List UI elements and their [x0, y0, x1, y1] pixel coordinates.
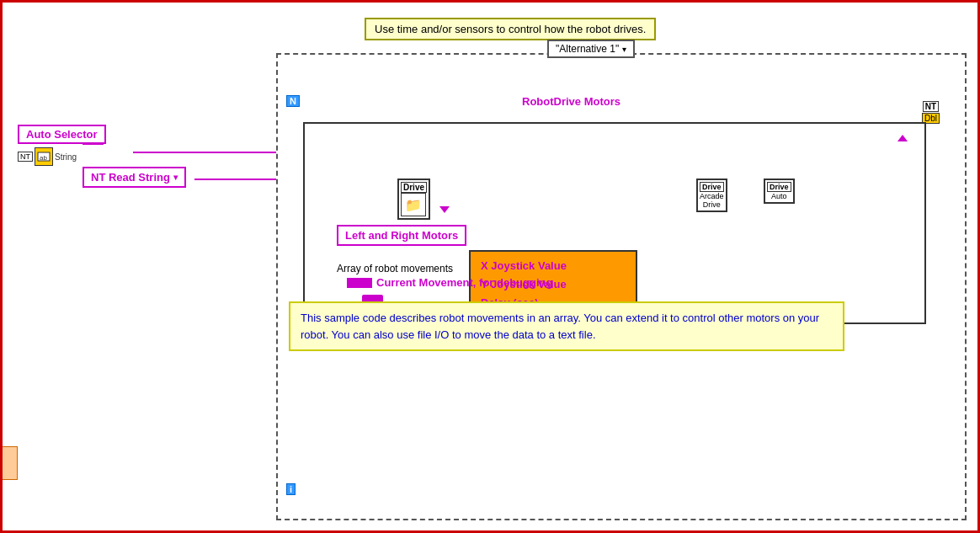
description-text: This sample code describes robot movemen… — [301, 312, 819, 341]
pink-connector-icon — [347, 278, 372, 288]
n-indicator: N — [286, 95, 300, 107]
auto-selector-label: Auto Selector — [18, 125, 106, 144]
drive-auto-label: Drive — [767, 182, 791, 192]
svg-text:ab: ab — [40, 154, 47, 162]
string-icon: ab — [35, 147, 53, 166]
array-label: Array of robot movements — [337, 263, 453, 274]
triangle-up-icon — [897, 132, 908, 144]
motors-label-box: Left and Right Motors — [337, 225, 466, 246]
nt-read-arrow-icon: ▾ — [173, 173, 178, 182]
drive-block-left: Drive 📁 — [397, 179, 430, 220]
nt-string-block: NT ab String — [18, 147, 106, 166]
drive-arcade-label: Drive — [700, 182, 724, 192]
triangle-down-icon — [439, 204, 450, 216]
nt-small-label: NT — [18, 152, 33, 162]
alt-tab-label: "Alternative 1" — [556, 43, 619, 55]
nt-block: NT Dbl — [922, 101, 940, 124]
nt-label: NT — [923, 101, 939, 112]
alt-tab-arrow-icon: ▾ — [622, 45, 626, 54]
left-partial-box — [3, 446, 18, 480]
robotdrive-motors-label: RobotDrive Motors — [522, 95, 620, 108]
drive-arcade-sub: Arcade — [700, 192, 724, 200]
drive-arcade-sub2: Drive — [700, 200, 724, 209]
drive-block-label: Drive — [401, 182, 427, 193]
string-label: String — [55, 152, 77, 162]
main-frame: "Alternative 1" ▾ N i RobotDrive Motors … — [276, 53, 967, 520]
tooltip-box: Use time and/or sensors to control how t… — [365, 18, 656, 40]
drive-arcade-block: Drive Arcade Drive — [696, 179, 727, 212]
drive-auto-sub: Auto — [767, 192, 791, 200]
current-movement-label: Current Movement, for debugging — [347, 276, 552, 289]
drive-auto-block: Drive Auto — [764, 179, 795, 204]
auto-selector-block: Auto Selector NT ab String — [18, 125, 106, 166]
drive-icon: 📁 — [401, 193, 426, 216]
current-movement-text: Current Movement, for debugging — [376, 276, 552, 289]
i-indicator: i — [286, 483, 296, 495]
alt-tab[interactable]: "Alternative 1" ▾ — [547, 40, 635, 58]
inner-loop-frame: Left and Right Motors Drive 📁 Array of r… — [303, 122, 926, 324]
x-joystick-label: X Joystick Value — [481, 257, 626, 275]
nt-read-string-button[interactable]: NT Read String ▾ — [83, 167, 186, 188]
description-box: This sample code describes robot movemen… — [289, 301, 844, 351]
nt-read-string-label: NT Read String — [91, 171, 170, 184]
